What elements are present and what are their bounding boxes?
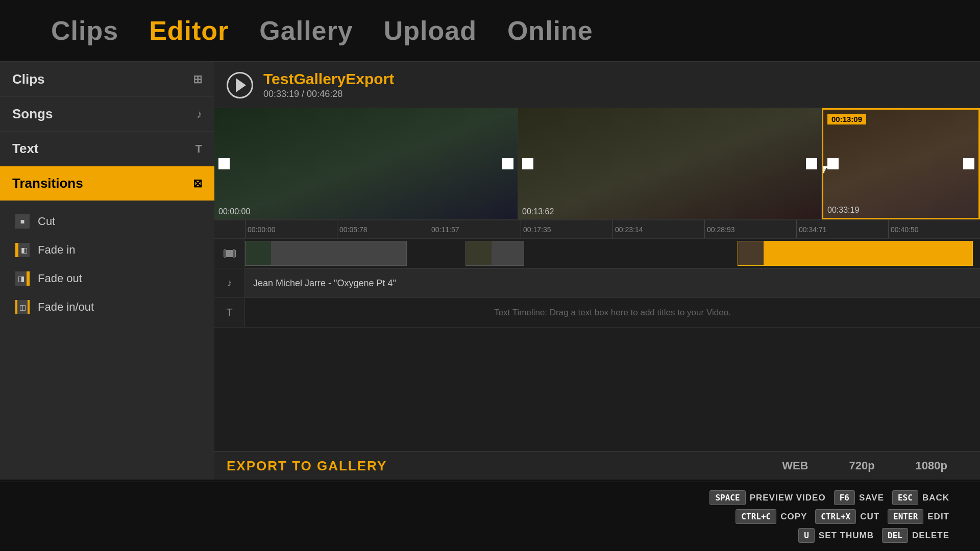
key-esc: ESC bbox=[892, 490, 918, 505]
ruler-marks: 00:00:00 00:05:78 00:11:57 00:17:35 00:2… bbox=[245, 220, 980, 238]
nav-clips[interactable]: Clips bbox=[51, 15, 118, 46]
cut-icon: ■ bbox=[15, 214, 30, 229]
timeline-area: 00:00:00 00:05:78 00:11:57 00:17:35 00:2… bbox=[214, 220, 980, 451]
ruler-mark-3: 00:17:35 bbox=[521, 220, 612, 238]
nav-upload[interactable]: Upload bbox=[384, 15, 477, 46]
preview-clip-2[interactable]: 00:13:62 bbox=[518, 108, 822, 219]
clip-3-timestamp: 00:33:19 bbox=[827, 206, 859, 215]
fadeout-icon: ◨ bbox=[15, 271, 30, 286]
clip-handle-left-1[interactable] bbox=[218, 158, 230, 169]
key-enter: ENTER bbox=[888, 509, 923, 524]
transition-fadeout-label: Fade out bbox=[38, 272, 82, 285]
key-del: DEL bbox=[882, 528, 908, 543]
quality-web[interactable]: WEB bbox=[762, 455, 828, 477]
clips-icon: ⊞ bbox=[193, 73, 202, 86]
music-track-content[interactable]: Jean Michel Jarre - "Oxygene Pt 4" bbox=[245, 268, 980, 297]
timeline-clip-1[interactable] bbox=[245, 241, 407, 266]
hotkey-row-1: SPACE PREVIEW VIDEO F6 SAVE ESC BACK bbox=[709, 490, 949, 505]
fadeinout-icon: ◫ bbox=[15, 300, 30, 314]
quality-1080p[interactable]: 1080p bbox=[895, 455, 968, 477]
preview-clip-1[interactable]: 00:00:00 bbox=[214, 108, 518, 219]
hotkey-ctrlc: CTRL+C COPY bbox=[736, 509, 807, 524]
clip-handle-right-1[interactable] bbox=[502, 158, 513, 169]
hotkey-u: U SET THUMB bbox=[798, 528, 874, 543]
transition-fadein-label: Fade in bbox=[38, 243, 75, 257]
nav-online[interactable]: Online bbox=[507, 15, 593, 46]
hotkey-row-2: CTRL+C COPY CTRL+X CUT ENTER EDIT bbox=[736, 509, 949, 524]
timeline-thumb-1 bbox=[246, 241, 271, 265]
video-title: TestGalleryExport bbox=[263, 70, 394, 88]
hotkey-f6: F6 SAVE bbox=[834, 490, 884, 505]
key-space: SPACE bbox=[709, 490, 745, 505]
ruler-mark-4: 00:23:14 bbox=[612, 220, 704, 238]
play-button[interactable] bbox=[227, 72, 253, 98]
ruler-mark-7: 00:40:50 bbox=[888, 220, 980, 238]
video-track-content[interactable] bbox=[245, 239, 980, 268]
transition-fadeout[interactable]: ◨ Fade out bbox=[0, 264, 214, 293]
key-f6: F6 bbox=[834, 490, 855, 505]
ruler-mark-6: 00:34:71 bbox=[796, 220, 888, 238]
transition-cut[interactable]: ■ Cut bbox=[0, 207, 214, 236]
timeline-clip-3[interactable] bbox=[738, 241, 973, 266]
clip-handle-left-3[interactable] bbox=[827, 158, 839, 169]
label-cut: CUT bbox=[860, 512, 879, 522]
video-track-icon bbox=[214, 239, 245, 268]
sidebar: Clips ⊞ Songs ♪ Text T Transitions ⊠ ■ C… bbox=[0, 62, 214, 480]
export-footer: EXPORT TO GALLERY WEB 720p 1080p bbox=[214, 451, 980, 480]
top-nav: Clips Editor Gallery Upload Online bbox=[0, 0, 980, 61]
svg-rect-1 bbox=[224, 249, 226, 258]
video-header: TestGalleryExport 00:33:19 / 00:46:28 bbox=[214, 62, 980, 108]
ruler-mark-1: 00:05:78 bbox=[337, 220, 429, 238]
main-area: Clips ⊞ Songs ♪ Text T Transitions ⊠ ■ C… bbox=[0, 61, 980, 480]
clip-handle-right-3[interactable] bbox=[963, 158, 974, 169]
nav-gallery[interactable]: Gallery bbox=[259, 15, 353, 46]
clip-3-time-badge: 00:13:09 bbox=[827, 114, 866, 124]
transition-fadein[interactable]: ◧ Fade in bbox=[0, 236, 214, 264]
text-track-content[interactable]: Text Timeline: Drag a text box here to a… bbox=[245, 298, 980, 327]
total-time: 00:46:28 bbox=[307, 89, 342, 99]
clip-handle-right-2[interactable] bbox=[806, 158, 817, 169]
label-copy: COPY bbox=[780, 512, 807, 522]
export-button[interactable]: EXPORT TO GALLERY bbox=[227, 458, 387, 474]
transition-cut-label: Cut bbox=[38, 215, 55, 228]
key-u: U bbox=[798, 528, 815, 543]
sidebar-songs-label: Songs bbox=[12, 106, 53, 122]
current-time: 00:33:19 bbox=[263, 89, 299, 99]
label-preview-video: PREVIEW VIDEO bbox=[750, 493, 826, 503]
sidebar-item-songs[interactable]: Songs ♪ bbox=[0, 97, 214, 132]
music-label: Jean Michel Jarre - "Oxygene Pt 4" bbox=[245, 268, 980, 297]
text-icon: T bbox=[195, 142, 202, 156]
sidebar-clips-label: Clips bbox=[12, 71, 45, 87]
video-time: 00:33:19 / 00:46:28 bbox=[263, 89, 394, 99]
nav-editor[interactable]: Editor bbox=[149, 15, 229, 46]
timeline-clip-2[interactable] bbox=[465, 241, 524, 266]
video-previews: 00:00:00 00:13:62 00:13:09 ☛ 00:33:19 bbox=[214, 108, 980, 220]
transition-fadeinout-label: Fade in/out bbox=[38, 300, 94, 314]
timeline-thumb-2 bbox=[466, 241, 492, 265]
sidebar-transitions-label: Transitions bbox=[12, 176, 83, 191]
label-delete: DELETE bbox=[912, 531, 949, 541]
hotkeys-bar: SPACE PREVIEW VIDEO F6 SAVE ESC BACK CTR… bbox=[0, 482, 980, 551]
hotkey-esc: ESC BACK bbox=[892, 490, 949, 505]
clip-1-timestamp: 00:00:00 bbox=[218, 207, 250, 216]
transitions-icon: ⊠ bbox=[193, 177, 202, 190]
time-separator: / bbox=[302, 89, 307, 99]
timeline-thumb-3 bbox=[738, 241, 764, 265]
label-edit: EDIT bbox=[927, 512, 949, 522]
fadein-icon: ◧ bbox=[15, 243, 30, 257]
text-track-icon: T bbox=[214, 298, 245, 327]
quality-720p[interactable]: 720p bbox=[828, 455, 895, 477]
ruler-mark-0: 00:00:00 bbox=[245, 220, 337, 238]
preview-clip-3[interactable]: 00:13:09 ☛ 00:33:19 bbox=[822, 108, 980, 219]
clip-handle-left-2[interactable] bbox=[522, 158, 533, 169]
hotkey-ctrlx: CTRL+X CUT bbox=[815, 509, 879, 524]
sidebar-text-label: Text bbox=[12, 141, 39, 157]
music-track-icon: ♪ bbox=[214, 268, 245, 297]
sidebar-item-clips[interactable]: Clips ⊞ bbox=[0, 62, 214, 97]
transition-fadeinout[interactable]: ◫ Fade in/out bbox=[0, 293, 214, 321]
label-set-thumb: SET THUMB bbox=[819, 531, 874, 541]
sidebar-item-text[interactable]: Text T bbox=[0, 132, 214, 166]
sidebar-item-transitions[interactable]: Transitions ⊠ bbox=[0, 166, 214, 201]
svg-rect-2 bbox=[233, 249, 235, 258]
ruler-mark-5: 00:28:93 bbox=[704, 220, 796, 238]
